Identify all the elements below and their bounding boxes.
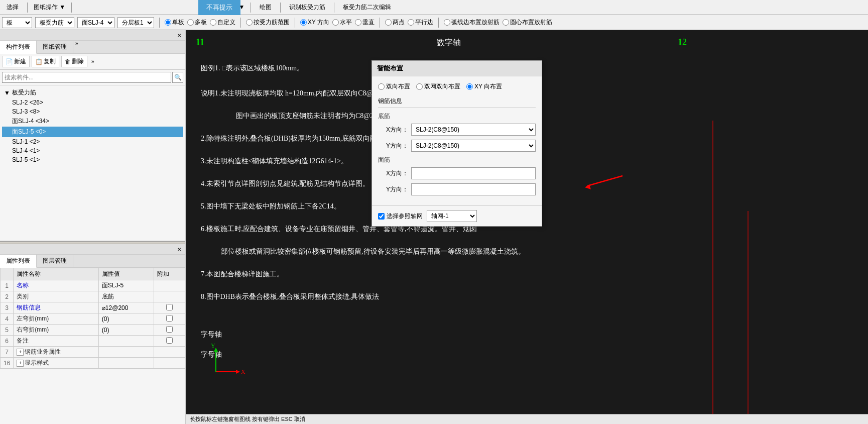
- copy-component-btn[interactable]: 📋 复制: [32, 56, 59, 67]
- dialog-x-select[interactable]: SLJ-2(C8@150): [411, 124, 536, 136]
- sep-t5: [438, 18, 439, 28]
- no-more-hint-btn[interactable]: 不再提示: [198, 0, 240, 15]
- more-btn[interactable]: »: [73, 41, 80, 53]
- dialog-top-x-input[interactable]: [411, 167, 536, 179]
- property-table: 属性名称 属性值 附加 1 名称 面SLJ-5 2: [0, 268, 185, 369]
- cad-area: 智能布置 双向布置 双网双向布置: [186, 30, 868, 424]
- tab-component-list[interactable]: 构件列表: [0, 41, 37, 54]
- rebar-range-radio[interactable]: 按受力筋范围: [246, 18, 290, 27]
- prop-extra-3[interactable]: [154, 302, 185, 313]
- dialog-radio-bidir[interactable]: 双向布置: [378, 82, 410, 91]
- svg-text:11: 11: [196, 37, 204, 47]
- prop-name-7[interactable]: + 钢筋业务属性: [14, 347, 99, 358]
- vertical-radio[interactable]: 垂直: [355, 18, 375, 27]
- circle-radio[interactable]: 圆心布置放射筋: [503, 18, 552, 27]
- dialog-axis-checkbox[interactable]: 选择参照轴网: [378, 212, 423, 221]
- property-tabs: 属性列表 图层管理: [0, 255, 185, 268]
- component-panel: ✕ 构件列表 图纸管理 » 📄 新建 📋 复制: [0, 30, 185, 241]
- horizontal-radio[interactable]: 水平: [332, 18, 352, 27]
- sep-t3: [295, 18, 295, 28]
- prop-row-4: 4 左弯折(mm) (0): [1, 313, 185, 325]
- prop-extra-4[interactable]: [154, 313, 185, 325]
- toolbar-more-btn[interactable]: »: [89, 59, 96, 64]
- tab-property-list[interactable]: 属性列表: [0, 255, 37, 268]
- xy-dir-radio[interactable]: XY 方向: [300, 18, 329, 27]
- tree-item-slj5[interactable]: SLJ-5 <1>: [2, 155, 183, 164]
- svg-text:说明1.未注明现浇板厚均取 h=120mm,内配双层双向C8: 说明1.未注明现浇板厚均取 h=120mm,内配双层双向C8@150。: [201, 89, 390, 97]
- col-name: 属性名称: [14, 268, 99, 280]
- prop-row-7: 7 + 钢筋业务属性: [1, 347, 185, 358]
- prop-row-3: 3 钢筋信息 ⌀12@200: [1, 302, 185, 313]
- tab-drawing-mgmt[interactable]: 图纸管理: [37, 41, 73, 53]
- tree-item-slj3[interactable]: SLJ-3 <8>: [2, 107, 183, 116]
- component-toolbar: 📄 新建 📋 复制 🗑 删除 »: [0, 54, 185, 70]
- custom-radio[interactable]: 自定义: [210, 18, 235, 27]
- tree-item-fslj4[interactable]: 面SLJ-4 <34>: [2, 116, 183, 127]
- dialog-y-select[interactable]: SLJ-2(C8@150): [411, 140, 536, 152]
- prop-value-1[interactable]: 面SLJ-5: [98, 280, 154, 291]
- sep-t2: [240, 18, 241, 28]
- tab-layer-mgmt[interactable]: 图层管理: [37, 255, 73, 267]
- prop-value-5[interactable]: (0): [98, 325, 154, 336]
- dialog-body: 双向布置 双网双向布置 XY 向布置 钢筋信息: [372, 76, 542, 205]
- search-box: 🔍: [0, 70, 185, 85]
- prop-name-16[interactable]: + 显示样式: [14, 358, 99, 369]
- tree-item-slj4[interactable]: SLJ-4 <1>: [2, 146, 183, 155]
- dialog-top-y-row: Y方向：: [378, 183, 536, 195]
- prop-value-2[interactable]: 底筋: [98, 291, 154, 302]
- property-panel: ✕ 属性列表 图层管理 属性名称 属性值 附加: [0, 244, 185, 424]
- arc-radio[interactable]: 弧线边布置放射筋: [444, 18, 500, 27]
- svg-marker-20: [214, 348, 218, 352]
- expand-icon: ▼: [4, 89, 10, 96]
- dialog-title: 智能布置: [372, 61, 542, 76]
- dialog-radio-xy[interactable]: XY 向布置: [466, 82, 502, 91]
- dialog-radio-dualnet[interactable]: 双网双向布置: [416, 82, 460, 91]
- dialog-top-title: 面筋: [378, 156, 536, 164]
- prop-name-3: 钢筋信息: [14, 302, 99, 313]
- component-panel-close-btn[interactable]: ✕: [175, 31, 183, 39]
- single-board-radio[interactable]: 单板: [165, 18, 184, 27]
- prop-extra-5[interactable]: [154, 325, 185, 336]
- dialog-container: 智能布置 双向布置 双网双向布置: [371, 60, 542, 227]
- expand-btn-7[interactable]: +: [17, 349, 24, 356]
- prop-value-4[interactable]: (0): [98, 313, 154, 325]
- parallel-radio[interactable]: 平行边: [408, 18, 433, 27]
- rebar-select[interactable]: 板受力筋: [35, 17, 74, 28]
- select-btn[interactable]: 选择: [2, 2, 23, 13]
- type-select[interactable]: 面SLJ-4: [77, 17, 114, 28]
- col-value: 属性值: [98, 268, 154, 280]
- property-panel-close-btn[interactable]: ✕: [175, 245, 183, 253]
- prop-extra-6[interactable]: [154, 336, 185, 347]
- svg-text:3.未注明构造柱<砌体填充墙结构造12G614-1>。: 3.未注明构造柱<砌体填充墙结构造12G614-1>。: [201, 157, 348, 165]
- board-select[interactable]: 板: [2, 17, 32, 28]
- svg-marker-25: [585, 184, 591, 189]
- dialog-top-y-input[interactable]: [411, 183, 536, 195]
- identify-rebar-btn[interactable]: 识别板受力筋: [285, 2, 330, 13]
- prop-extra-2: [154, 291, 185, 302]
- draw-btn[interactable]: 绘图: [255, 2, 276, 13]
- svg-marker-17: [236, 370, 240, 374]
- sep-t1: [159, 18, 160, 28]
- dialog-mode-radios: 双向布置 双网双向布置 XY 向布置: [378, 82, 536, 91]
- delete-component-btn[interactable]: 🗑 删除: [61, 56, 87, 67]
- tree-item-slj1[interactable]: SLJ-1 <2>: [2, 137, 183, 146]
- two-point-radio[interactable]: 两点: [385, 18, 405, 27]
- multi-board-radio[interactable]: 多板: [187, 18, 207, 27]
- expand-btn-16[interactable]: +: [17, 360, 24, 367]
- search-input[interactable]: [2, 72, 171, 83]
- tree-item-fslj5[interactable]: 面SLJ-5 <0>: [2, 127, 183, 137]
- prop-value-3[interactable]: ⌀12@200: [98, 302, 154, 313]
- dialog-y-label: Y方向：: [378, 142, 408, 150]
- secondary-edit-btn[interactable]: 板受力筋二次编辑: [338, 2, 396, 13]
- dialog-x-row: X方向： SLJ-2(C8@150): [378, 124, 536, 136]
- dialog-axis-select[interactable]: 轴网-1: [427, 210, 477, 222]
- prop-value-6[interactable]: [98, 336, 154, 347]
- tree-group-label-rebar[interactable]: ▼ 板受力筋: [2, 87, 183, 98]
- prop-name-6: 备注: [14, 336, 99, 347]
- new-component-btn[interactable]: 📄 新建: [2, 56, 30, 67]
- drawing-ops-dropdown[interactable]: 图纸操作 ▼: [32, 2, 67, 13]
- prop-row-2: 2 类别 底筋: [1, 291, 185, 302]
- tree-item-slj2[interactable]: SLJ-2 <26>: [2, 98, 183, 107]
- search-icon-btn[interactable]: 🔍: [172, 72, 183, 83]
- layer-select[interactable]: 分层板1: [117, 17, 154, 28]
